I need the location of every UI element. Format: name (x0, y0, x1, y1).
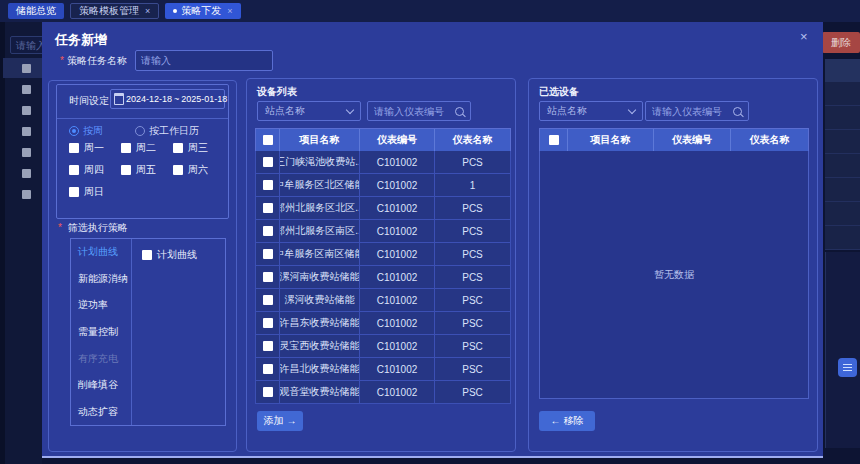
table-row[interactable]: 漯河收费站储能C101002PSC (255, 289, 511, 312)
table-row[interactable]: 许昌东收费站储能C101002PSC (255, 312, 511, 335)
checkbox-icon[interactable] (22, 148, 31, 157)
add-button[interactable]: 添加 → (257, 411, 303, 431)
list-float-button[interactable] (838, 358, 857, 377)
checkbox-icon[interactable] (142, 250, 152, 260)
weekday-checkbox-item[interactable]: 周日 (69, 181, 121, 203)
meter-no-cell: C101002 (360, 381, 435, 403)
meter-name-cell: PSC (435, 289, 510, 311)
sidebar-list-item[interactable] (3, 58, 42, 78)
weekday-checkbox-item[interactable]: 周五 (121, 159, 173, 181)
checkbox-icon[interactable] (69, 187, 79, 197)
meter-no-cell: C101002 (360, 335, 435, 357)
table-header-checkbox-cell (256, 129, 280, 151)
tab-label: 储能总览 (16, 4, 56, 18)
checkbox-icon[interactable] (263, 341, 273, 351)
weekday-checkbox-item[interactable]: 周一 (69, 137, 121, 159)
time-settings-label: 时间设定 (69, 94, 109, 108)
task-name-row: * 策略任务名称 (60, 50, 273, 71)
project-name-cell: 三门峡渑池收费站... (280, 151, 360, 173)
checkbox-icon[interactable] (263, 272, 273, 282)
selected-site-select[interactable]: 站点名称 (539, 101, 643, 121)
checkbox-icon[interactable] (549, 135, 559, 145)
background-table-row (825, 130, 860, 154)
tab-1[interactable]: 储能总览 (8, 3, 64, 19)
table-row[interactable]: 许昌北收费站储能C101002PSC (255, 358, 511, 381)
table-row[interactable]: 郑州北服务区南区...C101002PCS (255, 220, 511, 243)
meter-search-input[interactable] (374, 106, 452, 117)
weekday-label: 周三 (188, 141, 208, 155)
task-name-label: 策略任务名称 (67, 54, 127, 68)
strategy-category-item[interactable]: 削峰填谷 (71, 372, 131, 399)
date-range-picker[interactable]: 2024-12-18 ~ 2025-01-18 (110, 89, 225, 109)
active-tab-dot-icon (173, 9, 177, 13)
sidebar-list-item[interactable] (3, 121, 42, 141)
task-name-input[interactable] (135, 50, 273, 71)
radio-option[interactable]: 按工作日历 (135, 124, 199, 138)
weekday-checkbox-item[interactable]: 周二 (121, 137, 173, 159)
checkbox-icon[interactable] (22, 190, 31, 199)
checkbox-icon[interactable] (263, 387, 273, 397)
checkbox-icon[interactable] (263, 318, 273, 328)
checkbox-icon[interactable] (22, 127, 31, 136)
weekday-label: 周四 (84, 163, 104, 177)
table-row[interactable]: 观音堂收费站储能C101002PSC (255, 381, 511, 404)
checkbox-icon[interactable] (263, 180, 273, 190)
tab-close-icon[interactable]: × (227, 6, 232, 16)
sidebar-list-item[interactable] (3, 79, 42, 99)
table-row[interactable]: 漯河南收费站储能C101002PCS (255, 266, 511, 289)
checkbox-icon[interactable] (22, 169, 31, 178)
strategy-category-item[interactable]: 需量控制 (71, 319, 131, 346)
checkbox-icon[interactable] (173, 143, 183, 153)
tab-close-icon[interactable]: × (145, 6, 150, 16)
weekday-checkbox-item[interactable]: 周三 (173, 137, 225, 159)
meter-search-input[interactable] (652, 106, 730, 117)
checkbox-icon[interactable] (121, 165, 131, 175)
chevron-down-icon (628, 106, 636, 114)
checkbox-icon[interactable] (263, 226, 273, 236)
weekday-checkbox-item[interactable]: 周六 (173, 159, 225, 181)
sidebar-list-item[interactable] (3, 100, 42, 120)
checkbox-icon[interactable] (22, 106, 31, 115)
table-row[interactable]: 中牟服务区南区储能C101002PCS (255, 243, 511, 266)
strategy-option-item[interactable]: 计划曲线 (142, 248, 225, 262)
row-checkbox-cell (256, 197, 280, 219)
remove-button[interactable]: ← 移除 (539, 411, 595, 431)
sidebar-list-item[interactable] (3, 142, 42, 162)
checkbox-icon[interactable] (22, 64, 31, 73)
checkbox-icon[interactable] (263, 249, 273, 259)
strategy-category-item[interactable]: 动态扩容 (71, 398, 131, 425)
modal-close-icon[interactable]: × (800, 29, 808, 44)
delete-button[interactable]: 删除 (822, 32, 860, 53)
checkbox-icon[interactable] (263, 364, 273, 374)
strategy-category-item[interactable]: 逆功率 (71, 292, 131, 319)
checkbox-icon[interactable] (22, 85, 31, 94)
search-icon[interactable] (733, 107, 742, 116)
checkbox-icon[interactable] (263, 135, 273, 145)
sidebar-list-item[interactable] (3, 163, 42, 183)
meter-name-cell: PSC (435, 335, 510, 357)
device-site-select[interactable]: 站点名称 (257, 101, 361, 121)
radio-icon[interactable] (69, 126, 79, 136)
table-row[interactable]: 郑州北服务区北区...C101002PCS (255, 197, 511, 220)
checkbox-icon[interactable] (121, 143, 131, 153)
checkbox-icon[interactable] (263, 203, 273, 213)
sidebar-list-item[interactable] (3, 184, 42, 204)
radio-option[interactable]: 按周 (69, 124, 103, 138)
tab-2[interactable]: 策略模板管理× (70, 3, 159, 19)
strategy-category-item[interactable]: 计划曲线 (71, 239, 131, 266)
checkbox-icon[interactable] (69, 165, 79, 175)
checkbox-icon[interactable] (173, 165, 183, 175)
meter-no-cell: C101002 (360, 220, 435, 242)
checkbox-icon[interactable] (263, 157, 273, 167)
table-row[interactable]: 中牟服务区北区储能C1010021 (255, 174, 511, 197)
table-row[interactable]: 三门峡渑池收费站...C101002PCS (255, 151, 511, 174)
checkbox-icon[interactable] (263, 295, 273, 305)
weekday-checkbox-item[interactable]: 周四 (69, 159, 121, 181)
checkbox-icon[interactable] (69, 143, 79, 153)
project-name-cell: 中牟服务区北区储能 (280, 174, 360, 196)
strategy-category-item[interactable]: 新能源消纳 (71, 266, 131, 293)
search-icon[interactable] (455, 107, 464, 116)
tab-3[interactable]: 策略下发× (165, 3, 240, 19)
radio-icon[interactable] (135, 126, 145, 136)
table-row[interactable]: 灵宝西收费站储能C101002PSC (255, 335, 511, 358)
